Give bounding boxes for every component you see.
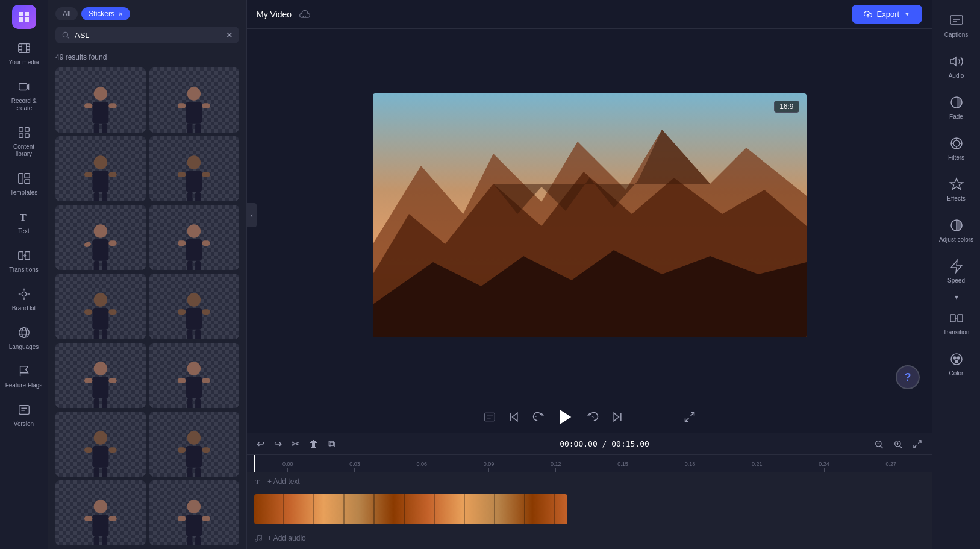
sticker-item[interactable]: "Congratulations... — [55, 205, 146, 270]
sticker-item[interactable]: "Congratulations... — [149, 205, 240, 270]
sidebar-item-languages[interactable]: Languages — [2, 319, 46, 356]
play-button[interactable] — [556, 407, 575, 427]
right-tool-fade[interactable]: Fade — [935, 88, 978, 127]
sidebar-item-version[interactable]: Version — [2, 397, 46, 433]
right-tool-label: Adjust colors — [939, 236, 973, 243]
sticker-thumb — [149, 67, 240, 133]
sticker-item[interactable]: "Merry Christma... — [55, 274, 146, 339]
add-text-button[interactable]: + Add text — [267, 477, 300, 486]
filter-tabs: All Stickers ✕ — [55, 7, 239, 20]
svg-text:5: 5 — [591, 415, 593, 419]
playback-controls: 5 5 — [247, 401, 932, 433]
transition-icon — [948, 310, 965, 327]
svg-point-83 — [94, 362, 107, 375]
rewind-button[interactable]: 5 — [532, 411, 544, 423]
sticker-thumb — [149, 136, 240, 201]
fullscreen-button[interactable] — [684, 411, 696, 423]
sidebar-item-your-media[interactable]: Your media — [2, 35, 46, 71]
collapse-panel-button[interactable]: ‹ — [247, 203, 257, 227]
right-tool-transition[interactable]: Transition — [935, 304, 978, 342]
right-tool-adjust-colors[interactable]: Adjust colors — [935, 211, 978, 249]
sidebar-item-templates[interactable]: Templates — [2, 165, 46, 201]
svg-rect-112 — [102, 536, 107, 545]
right-tool-label: Filters — [948, 154, 964, 162]
svg-line-34 — [67, 36, 69, 39]
speed-icon — [948, 258, 965, 275]
film-icon — [16, 40, 33, 57]
text-track: T + Add text — [247, 472, 932, 491]
sidebar-item-label: Languages — [9, 344, 39, 351]
export-button[interactable]: Export ▼ — [852, 5, 922, 24]
svg-point-113 — [187, 500, 201, 513]
svg-point-107 — [94, 500, 107, 513]
svg-point-89 — [187, 362, 201, 375]
sidebar-item-text[interactable]: T Text — [2, 204, 46, 240]
sticker-item[interactable]: "Happy holidays... — [149, 343, 240, 408]
video-clip[interactable] — [254, 494, 567, 524]
sidebar-item-record-create[interactable]: Record & create — [2, 74, 46, 117]
svg-rect-13 — [18, 174, 22, 184]
sidebar-item-label: Your media — [8, 59, 39, 66]
sidebar-item-transitions[interactable]: Transitions — [2, 242, 46, 278]
svg-marker-134 — [614, 413, 619, 421]
search-input[interactable] — [75, 31, 221, 40]
sticker-item[interactable]: "Welcome" ASL ... — [55, 136, 146, 201]
filter-tab-stickers[interactable]: Stickers ✕ — [81, 7, 130, 20]
svg-line-136 — [690, 413, 694, 416]
right-tool-effects[interactable]: Effects — [935, 170, 978, 209]
svg-rect-92 — [202, 378, 210, 384]
filter-tab-close[interactable]: ✕ — [118, 11, 123, 17]
transitions-icon — [16, 247, 33, 264]
svg-text:5: 5 — [535, 415, 537, 419]
skip-back-button[interactable] — [508, 411, 520, 423]
svg-point-101 — [187, 431, 201, 444]
right-sidebar-chevron: ▾ — [955, 293, 958, 301]
svg-rect-36 — [92, 102, 108, 124]
sticker-item[interactable]: "Merry Christma... — [149, 274, 240, 339]
delete-button[interactable]: 🗑 — [307, 438, 321, 451]
sticker-item[interactable]: "Merry Christma... — [55, 343, 146, 408]
cursor-hand: ☞ — [120, 127, 140, 133]
fit-timeline-button[interactable] — [910, 438, 925, 450]
right-tool-speed[interactable]: Speed — [935, 252, 978, 290]
sticker-item[interactable]: ☞ "Welcome" A... — [55, 67, 146, 133]
zoom-in-button[interactable] — [891, 438, 905, 450]
right-tool-color[interactable]: Color — [935, 345, 978, 383]
svg-point-156 — [953, 140, 960, 146]
right-tool-filters[interactable]: Filters — [935, 129, 978, 168]
main-content: My Video Export ▼ ‹ — [247, 0, 932, 549]
sticker-item[interactable]: "Happy holidays... — [149, 412, 240, 477]
skip-forward-button[interactable] — [611, 411, 623, 423]
zoom-out-button[interactable] — [872, 438, 886, 450]
svg-marker-132 — [560, 410, 571, 424]
sidebar-item-feature-flags[interactable]: Feature Flags — [2, 358, 46, 394]
subtitle-toggle-button[interactable] — [484, 411, 496, 423]
sticker-item[interactable]: "Happy holidays... — [55, 412, 146, 477]
svg-rect-40 — [102, 124, 107, 133]
sticker-item[interactable]: "Happy birthday... — [149, 480, 240, 545]
sticker-item[interactable]: "Happy birthday... — [55, 480, 146, 545]
duplicate-button[interactable]: ⧉ — [326, 438, 337, 451]
svg-line-139 — [881, 445, 883, 448]
right-tool-audio[interactable]: Audio — [935, 47, 978, 86]
timeline-area: ↩ ↪ ✂ 🗑 ⧉ 00:00.00 / 00:15.00 — [247, 433, 932, 549]
brand-icon — [16, 286, 33, 303]
search-clear-button[interactable]: ✕ — [226, 30, 233, 40]
redo-button[interactable]: ↪ — [272, 437, 284, 451]
sidebar-item-content-library[interactable]: Content library — [2, 119, 46, 163]
undo-button[interactable]: ↩ — [254, 437, 267, 451]
fast-forward-button[interactable]: 5 — [587, 411, 599, 423]
svg-rect-49 — [84, 172, 92, 177]
sticker-item[interactable]: "Welcome" ASL ... — [149, 67, 240, 133]
svg-rect-60 — [92, 239, 108, 261]
search-icon — [61, 31, 70, 39]
svg-rect-93 — [187, 398, 193, 407]
add-audio-button[interactable]: + Add audio — [267, 534, 306, 542]
svg-point-71 — [94, 293, 107, 307]
help-button[interactable]: ? — [896, 365, 920, 389]
sidebar-item-brand-kit[interactable]: Brand kit — [2, 281, 46, 317]
right-tool-captions[interactable]: Captions — [935, 6, 978, 45]
cut-button[interactable]: ✂ — [289, 437, 302, 451]
filter-tab-all[interactable]: All — [55, 7, 78, 20]
sticker-item[interactable]: "Congratulations... — [149, 136, 240, 201]
